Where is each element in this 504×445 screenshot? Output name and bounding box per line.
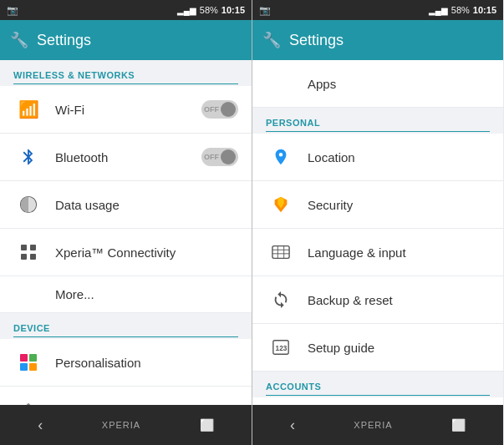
language-icon — [266, 237, 296, 267]
wifi-toggle-knob — [221, 102, 236, 117]
xperia-connectivity-label: Xperia™ Connectivity — [55, 245, 238, 260]
section-divider-device — [13, 336, 238, 337]
wifi-toggle-label: OFF — [204, 105, 219, 114]
screenshot-icon-right: 📷 — [259, 5, 271, 16]
section-header-device: DEVICE — [0, 313, 252, 336]
wifi-toggle-container[interactable]: OFF — [201, 100, 238, 119]
signal-icon-right: ▂▄▆ — [429, 6, 448, 15]
left-panel: 📷 ▂▄▆ 58% 10:15 🔧 Settings WIRELESS & NE… — [0, 0, 252, 445]
home-icon — [13, 395, 43, 405]
settings-item-security[interactable]: Security — [252, 181, 503, 229]
bottom-nav-right: ‹ XPERIA ⬜ — [252, 405, 503, 445]
wifi-icon: 📶 — [13, 94, 43, 124]
section-divider-accounts — [266, 395, 490, 396]
section-header-wireless: WIRELESS & NETWORKS — [0, 60, 252, 83]
data-usage-label: Data usage — [55, 198, 238, 212]
brand-label-left: XPERIA — [102, 420, 140, 430]
backup-label: Backup & reset — [308, 293, 490, 307]
security-label: Security — [308, 198, 490, 212]
section-wireless: WIRELESS & NETWORKS 📶 Wi-Fi OFF — [0, 60, 252, 313]
backup-icon — [266, 285, 296, 315]
settings-item-autosync[interactable]: Auto-sync OFF — [252, 397, 503, 405]
location-label: Location — [308, 150, 490, 164]
time-right: 10:15 — [473, 5, 496, 15]
settings-item-data-usage[interactable]: Data usage — [0, 181, 252, 229]
time-left: 10:15 — [221, 5, 245, 15]
settings-content-left: WIRELESS & NETWORKS 📶 Wi-Fi OFF — [0, 60, 252, 405]
settings-item-wifi[interactable]: 📶 Wi-Fi OFF — [0, 86, 252, 134]
bluetooth-label: Bluetooth — [55, 150, 201, 164]
brand-label-right: XPERIA — [354, 420, 392, 430]
personalisation-icon — [13, 347, 43, 377]
settings-wrench-icon-right: 🔧 — [262, 31, 281, 49]
app-title-left: Settings — [37, 32, 91, 49]
back-button-left[interactable]: ‹ — [21, 410, 59, 441]
wifi-label: Wi-Fi — [55, 103, 201, 117]
section-divider-wireless — [13, 83, 238, 84]
square-button-left[interactable]: ⬜ — [183, 412, 231, 438]
setup-label: Setup guide — [308, 341, 490, 355]
svg-rect-6 — [29, 354, 37, 362]
svg-text:123: 123 — [276, 345, 288, 352]
settings-item-language[interactable]: Language & input — [252, 229, 503, 276]
svg-rect-3 — [21, 254, 27, 260]
settings-item-backup[interactable]: Backup & reset — [252, 276, 503, 324]
apps-label: Apps — [308, 77, 336, 91]
app-bar-right: 🔧 Settings — [252, 20, 503, 60]
settings-content-right: Apps PERSONAL Location Security — [252, 60, 503, 405]
settings-item-location[interactable]: Location — [252, 134, 503, 181]
bluetooth-icon — [13, 142, 43, 172]
section-device: DEVICE Personalisation Home — [0, 313, 252, 405]
status-bar-left: 📷 ▂▄▆ 58% 10:15 — [0, 0, 252, 20]
svg-rect-1 — [21, 245, 27, 250]
settings-item-personalisation[interactable]: Personalisation — [0, 339, 252, 387]
square-button-right[interactable]: ⬜ — [435, 412, 482, 438]
svg-rect-8 — [29, 363, 37, 371]
screenshot-icon-left: 📷 — [7, 5, 18, 16]
bluetooth-toggle-knob — [221, 149, 236, 164]
data-usage-icon — [13, 190, 43, 220]
location-icon — [266, 142, 296, 172]
bluetooth-toggle-label: OFF — [204, 153, 219, 161]
svg-rect-4 — [30, 254, 36, 260]
settings-item-apps[interactable]: Apps — [252, 60, 503, 108]
battery-right: 58% — [451, 5, 470, 15]
section-accounts: ACCOUNTS Auto-sync OFF En — [252, 372, 503, 405]
app-bar-left: 🔧 Settings — [0, 20, 252, 60]
section-divider-personal — [266, 131, 490, 132]
wifi-toggle[interactable]: OFF — [201, 100, 238, 119]
right-panel: 📷 ▂▄▆ 58% 10:15 🔧 Settings Apps PERSONAL — [252, 0, 503, 445]
section-personal: PERSONAL Location Security — [252, 108, 503, 372]
svg-rect-5 — [20, 354, 28, 362]
settings-item-more[interactable]: More... — [0, 276, 252, 313]
security-icon — [266, 190, 296, 220]
app-title-right: Settings — [289, 32, 344, 49]
status-bar-right: 📷 ▂▄▆ 58% 10:15 — [252, 0, 503, 20]
settings-item-setup[interactable]: 123 Setup guide — [252, 324, 503, 372]
signal-icon-left: ▂▄▆ — [177, 6, 196, 15]
settings-wrench-icon-left: 🔧 — [10, 31, 28, 49]
settings-item-bluetooth[interactable]: Bluetooth OFF — [0, 134, 252, 181]
personalisation-label: Personalisation — [55, 356, 238, 370]
bluetooth-toggle-container[interactable]: OFF — [201, 148, 238, 166]
section-header-personal: PERSONAL — [252, 108, 503, 131]
setup-icon: 123 — [266, 332, 296, 362]
more-label: More... — [55, 287, 238, 301]
xperia-connectivity-icon — [13, 237, 43, 267]
svg-rect-2 — [30, 245, 36, 250]
battery-left: 58% — [200, 5, 218, 15]
settings-item-home[interactable]: Home — [0, 387, 252, 405]
language-label: Language & input — [308, 245, 490, 260]
bottom-nav-left: ‹ XPERIA ⬜ — [0, 405, 252, 445]
svg-rect-7 — [20, 363, 28, 371]
section-header-accounts: ACCOUNTS — [252, 372, 503, 395]
bluetooth-toggle[interactable]: OFF — [201, 148, 238, 166]
settings-item-xperia-connectivity[interactable]: Xperia™ Connectivity — [0, 229, 252, 276]
svg-rect-11 — [272, 246, 289, 259]
back-button-right[interactable]: ‹ — [273, 410, 312, 441]
